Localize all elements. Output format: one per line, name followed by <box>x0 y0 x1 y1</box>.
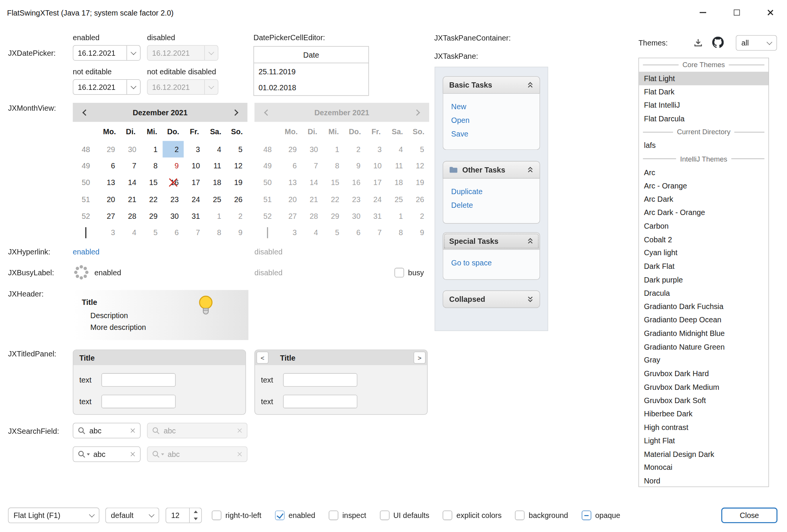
theme-item-dark-purple[interactable]: Dark purple <box>639 273 768 286</box>
theme-item-gradianto-deep-ocean[interactable]: Gradianto Deep Ocean <box>639 313 768 326</box>
monthview-day[interactable]: 28 <box>302 207 323 224</box>
task-link-delete[interactable]: Delete <box>451 198 532 212</box>
laf-combo[interactable]: Flat Light (F1) <box>8 508 99 523</box>
search-field-enabled[interactable]: abc <box>73 423 141 438</box>
monthview-day[interactable]: 2 <box>162 141 184 158</box>
theme-item-monocai[interactable]: Monocai <box>639 461 768 474</box>
text-field[interactable] <box>283 373 357 387</box>
monthview-day[interactable]: 18 <box>387 174 408 191</box>
theme-item-gruvbox-dark-hard[interactable]: Gruvbox Dark Hard <box>639 367 768 380</box>
theme-item-arc-dark[interactable]: Arc Dark <box>639 192 768 206</box>
font-size-spinner[interactable]: 12 <box>165 508 201 523</box>
monthview-day[interactable]: 30 <box>162 207 184 224</box>
theme-item-flat-darcula[interactable]: Flat Darcula <box>639 112 768 125</box>
download-themes-icon[interactable] <box>692 37 704 49</box>
monthview-day[interactable]: 6 <box>344 224 365 241</box>
monthview-day[interactable]: 14 <box>120 174 142 191</box>
task-link-go-to-space[interactable]: Go to space <box>451 256 532 270</box>
monthview-day[interactable]: 27 <box>99 207 120 224</box>
scroll-left-button[interactable]: < <box>257 352 269 364</box>
monthview-day[interactable]: 1 <box>205 207 226 224</box>
datepicker-dropdown-button[interactable] <box>126 46 140 60</box>
theme-item-high-contrast[interactable]: High contrast <box>639 421 768 434</box>
monthview-day[interactable]: 29 <box>99 141 120 158</box>
theme-item-arc-orange[interactable]: Arc - Orange <box>639 179 768 192</box>
theme-item-gruvbox-dark-soft[interactable]: Gruvbox Dark Soft <box>639 394 768 407</box>
monthview-day[interactable]: 9 <box>226 224 247 241</box>
chevron-double-up-icon[interactable] <box>527 82 534 88</box>
checkbox-box[interactable] <box>395 268 404 277</box>
monthview-day[interactable]: 4 <box>120 224 142 241</box>
theme-item-gruvbox-dark-medium[interactable]: Gruvbox Dark Medium <box>639 380 768 394</box>
monthview-day[interactable]: 30 <box>302 141 323 158</box>
checkbox-opaque[interactable]: opaque <box>582 511 620 520</box>
monthview-day[interactable]: 5 <box>323 224 344 241</box>
checkbox-box[interactable] <box>582 511 591 520</box>
theme-item-arc-dark-orange[interactable]: Arc Dark - Orange <box>639 206 768 219</box>
spinner-value[interactable]: 12 <box>166 508 189 523</box>
theme-item-cyan-light[interactable]: Cyan light <box>639 246 768 259</box>
monthview-day[interactable]: 11 <box>387 158 408 174</box>
scroll-right-button[interactable]: > <box>414 352 426 364</box>
theme-item-flat-light[interactable]: Flat Light <box>639 72 768 85</box>
monthview-day[interactable]: 9 <box>162 158 184 174</box>
table-row-date[interactable]: 01.02.2018 <box>254 79 368 95</box>
monthview-day[interactable]: 4 <box>205 141 226 158</box>
monthview-day[interactable]: 4 <box>387 141 408 158</box>
datepicker-dropdown-button[interactable] <box>126 80 140 94</box>
monthview-day[interactable]: 6 <box>99 158 120 174</box>
text-field[interactable] <box>101 395 176 408</box>
checkbox-box[interactable] <box>515 511 525 520</box>
monthview-day[interactable]: 3 <box>365 141 387 158</box>
text-field[interactable] <box>283 395 357 408</box>
checkbox-enabled[interactable]: enabled <box>275 511 315 520</box>
monthview-day[interactable]: 20 <box>280 191 302 207</box>
theme-item-arc[interactable]: Arc <box>639 165 768 179</box>
monthview-day[interactable]: 4 <box>302 224 323 241</box>
table-column-header-date[interactable]: Date <box>254 47 368 63</box>
theme-item-nord[interactable]: Nord <box>639 474 768 487</box>
theme-item-dracula[interactable]: Dracula <box>639 286 768 300</box>
monthview-day[interactable]: 6 <box>280 158 302 174</box>
monthview-day[interactable]: 12 <box>408 158 429 174</box>
checkbox-ui-defaults[interactable]: UI defaults <box>380 511 430 520</box>
checkbox-box[interactable] <box>443 511 452 520</box>
chevron-double-down-icon[interactable] <box>527 296 534 302</box>
datepicker-not-editable[interactable]: 16.12.2021 <box>73 79 141 95</box>
checkbox-inspect[interactable]: inspect <box>329 511 366 520</box>
taskpane-header-basic-tasks[interactable]: Basic Tasks <box>443 76 540 94</box>
monthview-day[interactable]: 6 <box>162 224 184 241</box>
clear-icon[interactable] <box>130 428 136 433</box>
monthview-day[interactable]: 7 <box>302 158 323 174</box>
monthview-day[interactable]: 16 <box>344 174 365 191</box>
monthview-day[interactable]: 1 <box>141 141 162 158</box>
monthview-day[interactable]: 3 <box>99 224 120 241</box>
theme-item-dark-flat[interactable]: Dark Flat <box>639 259 768 273</box>
monthview-day[interactable]: 23 <box>344 191 365 207</box>
monthview-day[interactable]: 7 <box>184 224 205 241</box>
theme-item-gradianto-midnight-blue[interactable]: Gradianto Midnight Blue <box>639 326 768 340</box>
monthview-day[interactable]: 31 <box>184 207 205 224</box>
monthview-day[interactable]: 15 <box>141 174 162 191</box>
task-link-new[interactable]: New <box>451 100 532 113</box>
monthview-day[interactable]: 5 <box>141 224 162 241</box>
theme-item-gray[interactable]: Gray <box>639 353 768 367</box>
monthview-day[interactable]: 10 <box>184 158 205 174</box>
theme-item-light-flat[interactable]: Light Flat <box>639 434 768 447</box>
search-input[interactable]: abc <box>93 450 126 458</box>
task-link-save[interactable]: Save <box>451 127 532 141</box>
theme-item-gradianto-dark-fuchsia[interactable]: Gradianto Dark Fuchsia <box>639 300 768 313</box>
theme-item-lafs[interactable]: lafs <box>639 139 768 152</box>
monthview-day[interactable]: 29 <box>141 207 162 224</box>
spinner-down-icon[interactable] <box>190 515 201 523</box>
search-input[interactable]: abc <box>89 426 126 435</box>
monthview-day[interactable]: 11 <box>205 158 226 174</box>
theme-item-material-design-dark[interactable]: Material Design Dark <box>639 447 768 461</box>
checkbox-right-to-left[interactable]: right-to-left <box>212 511 261 520</box>
monthview-day[interactable]: 7 <box>120 158 142 174</box>
monthview-day[interactable]: 24 <box>365 191 387 207</box>
monthview-day[interactable]: 17 <box>184 174 205 191</box>
monthview-day[interactable]: 9 <box>344 158 365 174</box>
monthview-day[interactable]: 13 <box>280 174 302 191</box>
monthview-day[interactable]: 18 <box>205 174 226 191</box>
